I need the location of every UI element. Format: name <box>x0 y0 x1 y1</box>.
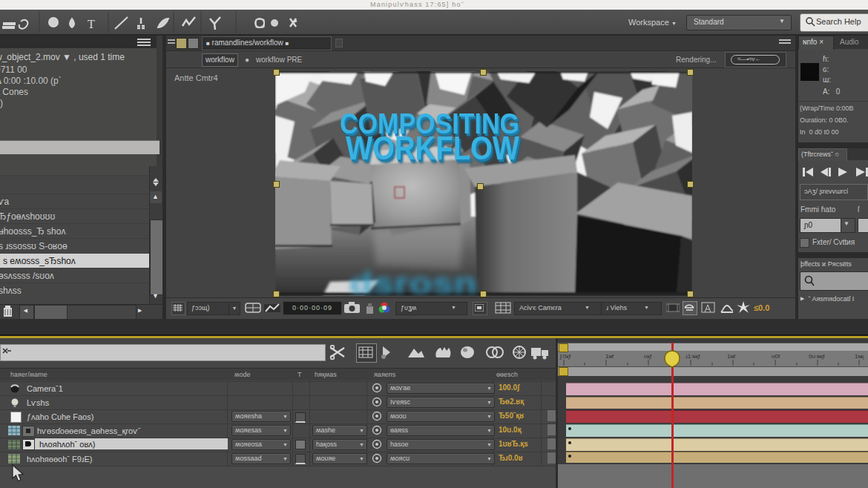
svg-text:dsrosn: dsrosn <box>349 267 477 296</box>
svg-text:T: T <box>88 18 95 30</box>
svg-text:WORKFLOW: WORKFLOW <box>346 130 519 166</box>
